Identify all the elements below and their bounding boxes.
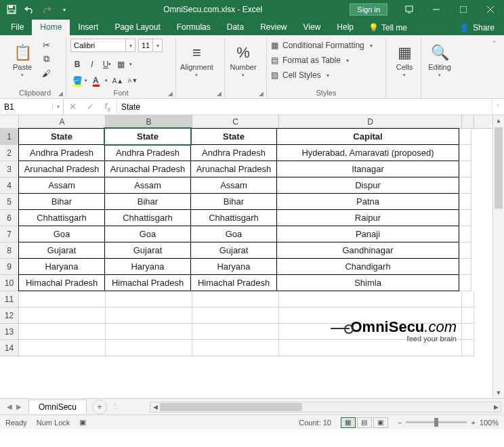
cell[interactable] xyxy=(19,307,106,324)
cell[interactable] xyxy=(459,242,471,259)
row-header[interactable]: 9 xyxy=(0,259,19,275)
column-header[interactable]: D xyxy=(279,115,462,128)
sheet-nav-prev[interactable]: ◀ xyxy=(7,403,12,410)
cell[interactable] xyxy=(192,324,279,340)
cell[interactable]: Goa xyxy=(104,226,191,242)
tab-review[interactable]: Review xyxy=(252,20,295,35)
cell[interactable]: Raipur xyxy=(276,209,459,226)
cell[interactable]: Assam xyxy=(18,177,105,194)
cell[interactable]: Gandhinagar xyxy=(276,242,459,259)
number-launcher[interactable]: ◢ xyxy=(259,90,264,97)
cell[interactable] xyxy=(279,307,462,324)
font-name-dd[interactable]: ▾ xyxy=(126,39,135,52)
cell[interactable]: Dispur xyxy=(276,177,459,194)
cell[interactable]: Patna xyxy=(276,193,459,210)
tab-data[interactable]: Data xyxy=(219,20,252,35)
font-color-button[interactable]: A▾ xyxy=(91,74,110,87)
cell[interactable]: Goa xyxy=(190,226,277,242)
cell[interactable]: Assam xyxy=(104,177,191,194)
row-header[interactable]: 4 xyxy=(0,177,19,194)
add-sheet-button[interactable]: + xyxy=(92,400,107,414)
row-header[interactable]: 14 xyxy=(0,340,19,356)
paste-button[interactable]: 📋 Paste ▾ xyxy=(8,39,37,83)
zoom-out-button[interactable]: − xyxy=(398,419,402,427)
vscroll-thumb[interactable] xyxy=(495,127,503,209)
cell[interactable] xyxy=(192,307,279,324)
column-header[interactable]: C xyxy=(192,115,279,128)
tab-formulas[interactable]: Formulas xyxy=(169,20,219,35)
cell[interactable]: State xyxy=(18,128,105,145)
font-launcher[interactable]: ◢ xyxy=(168,90,173,97)
cell[interactable] xyxy=(19,324,106,340)
cell[interactable]: Chhattisgarh xyxy=(18,209,105,226)
macro-record-icon[interactable]: ▣ xyxy=(79,418,86,427)
cell[interactable]: Bihar xyxy=(104,193,191,210)
scroll-down-button[interactable]: ▼ xyxy=(493,387,504,398)
cell[interactable]: State xyxy=(190,128,277,145)
collapse-ribbon-button[interactable]: ˄ xyxy=(492,40,496,47)
clipboard-launcher[interactable]: ◢ xyxy=(58,90,63,97)
cell[interactable] xyxy=(459,210,471,226)
share-button[interactable]: 👤Share xyxy=(450,20,504,35)
row-header[interactable]: 6 xyxy=(0,210,19,226)
row-header[interactable]: 13 xyxy=(0,324,19,340)
font-size-dd[interactable]: ▾ xyxy=(153,39,163,52)
cell[interactable] xyxy=(459,177,471,194)
cell[interactable]: Gujarat xyxy=(18,242,105,259)
zoom-slider[interactable] xyxy=(406,421,467,423)
cancel-formula-button[interactable]: ✕ xyxy=(64,102,81,112)
cell[interactable]: Andhra Pradesh xyxy=(104,144,191,161)
cell[interactable]: Himachal Pradesh xyxy=(18,274,105,291)
qat-customize[interactable]: ▾ xyxy=(57,2,72,17)
border-button[interactable]: ▦▾ xyxy=(115,58,134,71)
conditional-formatting-button[interactable]: ▦Conditional Formatting▾ xyxy=(271,39,373,52)
cell[interactable]: Chhattisgarh xyxy=(104,209,191,226)
row-header[interactable]: 11 xyxy=(0,291,19,307)
cell[interactable] xyxy=(19,340,106,356)
minimize-button[interactable] xyxy=(423,0,450,19)
format-as-table-button[interactable]: ▤Format as Table▾ xyxy=(271,54,373,67)
cell[interactable]: State xyxy=(104,128,191,145)
cell[interactable] xyxy=(462,340,474,356)
cell[interactable] xyxy=(106,291,192,307)
cell[interactable]: Himachal Pradesh xyxy=(190,274,277,291)
cell[interactable] xyxy=(459,161,471,177)
grow-font-button[interactable]: A▲ xyxy=(111,74,125,87)
view-page-layout-button[interactable]: ▤ xyxy=(357,417,372,428)
name-box[interactable]: B1 xyxy=(0,99,52,114)
shrink-font-button[interactable]: A▼ xyxy=(126,74,140,87)
signin-button[interactable]: Sign in xyxy=(350,3,387,16)
cell[interactable] xyxy=(106,307,192,324)
row-header[interactable]: 7 xyxy=(0,226,19,242)
row-header[interactable]: 10 xyxy=(0,275,19,291)
insert-function-button[interactable]: fx xyxy=(99,101,117,113)
cell[interactable]: Shimla xyxy=(276,274,459,291)
horizontal-scrollbar[interactable]: ◀ ▶ xyxy=(150,402,501,412)
tab-home[interactable]: Home xyxy=(32,20,70,35)
cell[interactable]: Andhra Pradesh xyxy=(18,144,105,161)
hscroll-thumb[interactable] xyxy=(160,403,302,411)
cell[interactable]: Assam xyxy=(190,177,277,194)
row-header[interactable]: 2 xyxy=(0,145,19,161)
cell[interactable]: Hyderabad, Amaravati (proposed) xyxy=(276,144,459,161)
column-header[interactable]: A xyxy=(19,115,106,128)
copy-button[interactable]: ⧉ xyxy=(39,53,53,65)
view-normal-button[interactable]: ▦ xyxy=(341,417,356,428)
underline-button[interactable]: U▾ xyxy=(100,58,114,71)
sheet-nav-next[interactable]: ▶ xyxy=(16,403,22,410)
cell[interactable]: Arunachal Pradesh xyxy=(104,161,191,177)
cell[interactable] xyxy=(279,291,462,307)
cell[interactable] xyxy=(459,145,471,161)
cell[interactable]: Chhattisgarh xyxy=(190,209,277,226)
cells-button[interactable]: ▦Cells▾ xyxy=(390,39,419,83)
sheet-tab-active[interactable]: OmniSecu xyxy=(28,400,87,414)
italic-button[interactable]: I xyxy=(85,58,99,71)
column-header[interactable]: B xyxy=(106,115,192,128)
cell[interactable] xyxy=(462,291,474,307)
cell[interactable]: Himachal Pradesh xyxy=(104,274,191,291)
format-painter-button[interactable]: 🖌 xyxy=(39,67,53,79)
row-header[interactable]: 5 xyxy=(0,194,19,210)
cell[interactable] xyxy=(279,324,462,340)
redo-button[interactable] xyxy=(39,2,54,17)
cell[interactable]: Bihar xyxy=(18,193,105,210)
